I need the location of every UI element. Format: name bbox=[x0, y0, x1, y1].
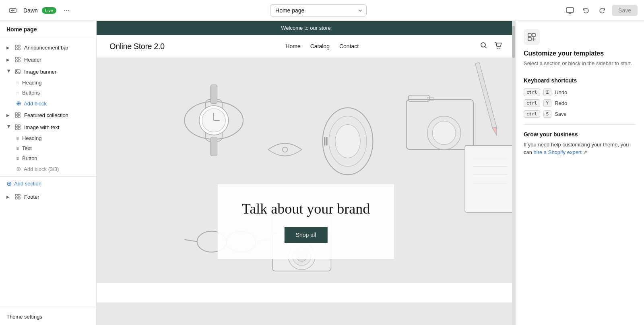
svg-rect-5 bbox=[18, 48, 20, 50]
redo-button[interactable] bbox=[596, 4, 609, 17]
sidebar-footer-theme-settings[interactable]: Theme settings bbox=[0, 308, 96, 325]
sidebar-header: Home page bbox=[0, 21, 96, 38]
sidebar-item-header[interactable]: ▶ Header bbox=[0, 53, 96, 66]
add-block-image-with-text[interactable]: ⊕ Add block (3/3) bbox=[0, 163, 96, 175]
svg-point-44 bbox=[432, 121, 456, 144]
svg-rect-19 bbox=[18, 128, 20, 130]
store-header-preview: Online Store 2.0 Home Catalog Contact bbox=[97, 35, 515, 58]
hero-section: Talk about your brand Shop all bbox=[97, 58, 515, 283]
save-button[interactable]: Save bbox=[612, 5, 638, 16]
expand-arrow-open-icon: ▶ bbox=[7, 69, 11, 74]
s-key: S bbox=[543, 110, 552, 118]
topbar-center: Home page Catalog Contact bbox=[270, 4, 367, 16]
desktop-view-button[interactable] bbox=[564, 4, 576, 17]
grow-suffix: ↗ bbox=[583, 149, 587, 155]
sidebar-item-announcement-bar[interactable]: ▶ Announcement bar bbox=[0, 41, 96, 53]
store-header-icons bbox=[480, 41, 502, 51]
svg-rect-16 bbox=[15, 125, 17, 127]
grow-title: Grow your business bbox=[524, 131, 636, 138]
svg-rect-49 bbox=[465, 146, 515, 212]
topbar-left: Dawn Live ··· bbox=[6, 4, 73, 17]
announcement-text: Welcome to our store bbox=[281, 25, 330, 31]
add-section-button[interactable]: ⊕ Add section bbox=[0, 176, 96, 191]
shortcut-redo: ctrl Y Redo bbox=[524, 99, 636, 107]
svg-rect-15 bbox=[18, 115, 20, 117]
lines-icon: ≡ bbox=[16, 90, 19, 96]
svg-rect-8 bbox=[15, 60, 17, 62]
collection-icon bbox=[14, 112, 21, 118]
nav-home[interactable]: Home bbox=[285, 43, 300, 49]
add-block-3-3-label: Add block (3/3) bbox=[24, 166, 59, 172]
sidebar-sub-item-buttons[interactable]: ≡ Buttons bbox=[0, 88, 96, 98]
svg-rect-23 bbox=[18, 197, 20, 199]
lines-icon: ≡ bbox=[16, 136, 19, 141]
header-label: Header bbox=[24, 57, 41, 63]
z-key: Z bbox=[543, 88, 552, 96]
svg-point-11 bbox=[16, 70, 17, 71]
preview-frame: Welcome to our store Online Store 2.0 Ho… bbox=[97, 21, 515, 302]
svg-rect-7 bbox=[18, 57, 20, 59]
y-key: Y bbox=[543, 99, 552, 107]
sidebar-sub-item-heading2[interactable]: ≡ Heading bbox=[0, 133, 96, 143]
shortcuts-divider bbox=[524, 124, 636, 125]
nav-contact[interactable]: Contact bbox=[339, 43, 359, 49]
heading-label: Heading bbox=[22, 80, 41, 86]
footer-label: Footer bbox=[24, 194, 39, 200]
svg-rect-20 bbox=[15, 194, 17, 196]
main-area: Home page ▶ Announcement bar ▶ Header bbox=[0, 21, 644, 325]
preview-scroll[interactable]: Welcome to our store Online Store 2.0 Ho… bbox=[97, 21, 515, 325]
hero-illustration: Talk about your brand Shop all bbox=[97, 58, 515, 283]
sidebar-sub-item-button[interactable]: ≡ Button bbox=[0, 153, 96, 163]
svg-rect-72 bbox=[528, 33, 531, 37]
sidebar-sub-item-text[interactable]: ≡ Text bbox=[0, 143, 96, 153]
svg-rect-9 bbox=[18, 60, 20, 62]
grid-icon bbox=[14, 44, 21, 51]
redo-label: Redo bbox=[555, 100, 567, 106]
svg-rect-22 bbox=[15, 197, 17, 199]
add-section-label: Add section bbox=[14, 181, 41, 187]
add-block-image-banner[interactable]: ⊕ Add block bbox=[0, 98, 96, 109]
svg-rect-21 bbox=[18, 194, 20, 196]
svg-rect-4 bbox=[15, 48, 17, 50]
heading2-label: Heading bbox=[22, 135, 41, 141]
svg-rect-73 bbox=[532, 33, 535, 37]
sidebar: Home page ▶ Announcement bar ▶ Header bbox=[0, 21, 97, 325]
svg-rect-35 bbox=[211, 137, 217, 156]
scrollbar-thumb[interactable] bbox=[512, 26, 515, 58]
undo-button[interactable] bbox=[580, 4, 592, 17]
nav-catalog[interactable]: Catalog bbox=[310, 43, 330, 49]
sidebar-item-image-with-text[interactable]: ▶ Image with text bbox=[0, 121, 96, 133]
cart-icon[interactable] bbox=[494, 41, 502, 51]
ctrl-key2: ctrl bbox=[524, 99, 540, 107]
text-label: Text bbox=[22, 145, 32, 151]
search-icon[interactable] bbox=[480, 41, 488, 51]
svg-rect-13 bbox=[18, 113, 20, 115]
svg-rect-1 bbox=[566, 8, 574, 12]
back-button[interactable] bbox=[6, 4, 19, 17]
image-with-text-label: Image with text bbox=[24, 124, 59, 130]
buttons-label: Buttons bbox=[22, 90, 40, 96]
grid-icon2 bbox=[14, 124, 21, 130]
sidebar-item-featured-collection[interactable]: ▶ Featured collection bbox=[0, 109, 96, 121]
svg-point-24 bbox=[481, 43, 485, 47]
sidebar-sub-item-heading[interactable]: ≡ Heading bbox=[0, 78, 96, 88]
sidebar-item-image-banner[interactable]: ▶ Image banner bbox=[0, 66, 96, 78]
plus-icon: ⊕ bbox=[16, 100, 21, 107]
more-options-button[interactable]: ··· bbox=[60, 4, 73, 17]
hero-title: Talk about your brand bbox=[242, 200, 370, 217]
svg-point-25 bbox=[497, 48, 498, 49]
scrollbar-track bbox=[512, 21, 515, 325]
hero-overlay: Talk about your brand Shop all bbox=[218, 184, 394, 259]
svg-rect-34 bbox=[211, 85, 217, 104]
add-block-label: Add block bbox=[24, 101, 47, 107]
svg-rect-12 bbox=[15, 113, 17, 115]
expand-arrow-open-icon: ▶ bbox=[7, 125, 11, 130]
hero-shop-all-button[interactable]: Shop all bbox=[285, 227, 328, 243]
svg-point-26 bbox=[500, 48, 500, 49]
sidebar-item-footer[interactable]: ▶ Footer bbox=[0, 191, 96, 203]
hire-shopify-expert-link[interactable]: hire a Shopify expert bbox=[534, 149, 582, 155]
svg-rect-2 bbox=[15, 45, 17, 47]
right-panel-desc: Select a section or block in the sidebar… bbox=[524, 60, 636, 68]
lines-icon: ≡ bbox=[16, 146, 19, 151]
page-select[interactable]: Home page Catalog Contact bbox=[270, 4, 367, 16]
